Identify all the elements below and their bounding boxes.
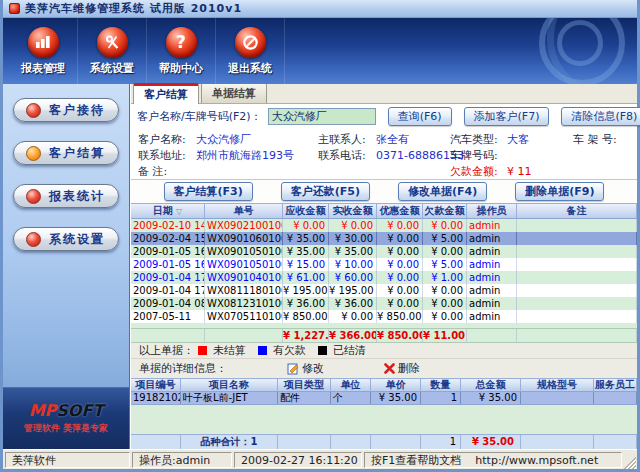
repay-button[interactable]: 客户还款(F5)	[281, 182, 370, 201]
order-row-selected[interactable]: 2009-02-04 15:2WX090106010004 ¥ 35.00¥ 3…	[131, 232, 637, 245]
order-row[interactable]: 2009-01-05 16:1WX090105010002 ¥ 15.00¥ 1…	[131, 258, 637, 271]
sidebar-item-reception[interactable]: 客户接待	[13, 98, 119, 122]
logo-mp: MP	[29, 401, 57, 420]
sidebar: 客户接待 客户结算 报表统计 系统设置 MPSOFT 管理软件 美萍是专家	[3, 84, 130, 449]
add-customer-button[interactable]: 添加客户(F7)	[464, 107, 550, 126]
main-toolbar: 报表管理 系统设置 ? 帮助中心 退出系统	[3, 18, 637, 84]
detail-delete-button[interactable]: 删除	[384, 361, 420, 376]
tab-order-settlement[interactable]: 单据结算	[201, 83, 267, 103]
total-received: ¥ 366.00	[329, 329, 377, 342]
toolbar-button-exit[interactable]: 退出系统	[216, 18, 285, 84]
red-sphere-icon	[26, 189, 41, 204]
action-button-row: 客户结算(F3) 客户还款(F5) 修改单据(F4) 删除单据(F9)	[131, 180, 637, 203]
status-bar: 美萍软件 操作员:admin 2009-02-27 16:11:20 按F1查看…	[3, 449, 637, 469]
col-spec-model[interactable]: 规格型号	[521, 379, 594, 391]
legend-debt-swatch	[258, 346, 267, 355]
order-row[interactable]: 2009-01-05 16:2WX090105010003 ¥ 35.00¥ 3…	[131, 245, 637, 258]
red-sphere-icon	[26, 103, 41, 118]
toolbar-button-help[interactable]: ? 帮助中心	[147, 18, 216, 84]
phone-value: 0371-68886153	[376, 149, 450, 162]
customer-info-panel: 客户名称: 大众汽修厂 主联系人: 张全有 汽车类型: 大客 车 架 号: 联系…	[131, 128, 637, 180]
plate-no-label: 车牌号码:	[450, 148, 507, 163]
detail-modify-button[interactable]: 修改	[287, 361, 324, 376]
col-item-code[interactable]: 项目编号	[131, 379, 181, 391]
settle-button[interactable]: 客户结算(F3)	[164, 182, 253, 201]
query-button[interactable]: 查询(F6)	[388, 107, 452, 126]
col-remark[interactable]: 备注	[517, 204, 637, 218]
col-item-type[interactable]: 项目类型	[278, 379, 331, 391]
vehicle-type-label: 汽车类型:	[450, 132, 507, 147]
modify-order-button[interactable]: 修改单据(F4)	[398, 182, 487, 201]
total-receivable: ¥ 1,227.00	[283, 329, 329, 342]
col-unit[interactable]: 单位	[331, 379, 371, 391]
col-debt[interactable]: 欠款金额	[423, 204, 467, 218]
status-url: http://www.mpsoft.net	[475, 453, 598, 467]
search-row: 客户名称/车牌号码(F2)： 查询(F6) 添加客户(F7) 清除信息(F8)	[131, 104, 637, 128]
item-row-selected[interactable]: 191821021E 叶子板L前-JET 配件 个 ¥ 35.00 1 ¥ 35…	[131, 392, 637, 405]
col-received[interactable]: 实收金额	[329, 204, 377, 218]
legend-settled-label: 已结清	[333, 343, 366, 358]
status-help-text: 按F1查看帮助文档	[371, 453, 461, 467]
summary-amount: ¥ 35.00	[461, 435, 521, 449]
toolbar-button-settings[interactable]: 系统设置	[78, 18, 147, 84]
app-icon	[9, 3, 20, 14]
tab-customer-settlement[interactable]: 客户结算	[133, 83, 199, 104]
total-debt: ¥ 11.00	[423, 329, 467, 342]
tab-strip: 客户结算 单据结算	[131, 84, 637, 104]
col-total-amount[interactable]: 总金额	[461, 379, 521, 391]
order-row[interactable]: 2009-01-04 17:1WX090104010001 ¥ 61.00¥ 6…	[131, 271, 637, 284]
total-discount: ¥ 850.00	[377, 329, 423, 342]
order-row[interactable]: 2007-05-11WX070511010001 ¥ 850.00¥ 0.00 …	[131, 310, 637, 323]
items-summary-row: 品种合计：1 1 ¥ 35.00	[131, 434, 637, 449]
delete-order-button[interactable]: 删除单据(F9)	[515, 182, 604, 201]
toolbar-button-reports[interactable]: 报表管理	[9, 18, 78, 84]
totals-row: ¥ 1,227.00 ¥ 366.00 ¥ 850.00 ¥ 11.00	[131, 328, 637, 343]
col-receivable[interactable]: 应收金额	[283, 204, 329, 218]
title-bar: 美萍汽车维修管理系统 试用版 2010v1	[3, 0, 637, 18]
question-icon: ?	[166, 27, 197, 58]
legend-settled-swatch	[318, 346, 327, 355]
order-row[interactable]: 2009-02-10 14:3WX090210010001 ¥ 0.00¥ 0.…	[131, 219, 637, 232]
col-quantity[interactable]: 数量	[421, 379, 461, 391]
debt-amount-value: ¥ 11	[507, 165, 532, 178]
resize-grip[interactable]	[624, 457, 636, 469]
col-date[interactable]: 日期▽	[131, 204, 205, 218]
col-unit-price[interactable]: 单价	[371, 379, 421, 391]
customer-name-label: 客户名称:	[138, 132, 196, 147]
sidebar-item-settlement[interactable]: 客户结算	[13, 141, 119, 165]
phone-label: 联系电话:	[318, 148, 376, 163]
contact-value: 张全有	[376, 132, 450, 147]
col-item-name[interactable]: 项目名称	[181, 379, 278, 391]
decor-ring	[557, 20, 603, 66]
address-label: 联系地址:	[138, 148, 196, 163]
clear-info-button[interactable]: 清除信息(F8)	[561, 107, 640, 126]
orange-sphere-icon	[26, 146, 41, 161]
items-table-header: 项目编号 项目名称 项目类型 单位 单价 数量 总金额 规格型号 服务员工	[131, 378, 637, 392]
mpsoft-logo: MPSOFT 管理软件 美萍是专家	[3, 387, 129, 449]
col-discount[interactable]: 优惠金额	[377, 204, 423, 218]
customer-search-input[interactable]	[268, 108, 376, 125]
vehicle-type-value: 大客	[507, 132, 573, 147]
address-value: 郑州市航海路193号	[196, 148, 318, 163]
red-sphere-icon	[26, 232, 41, 247]
sidebar-item-system[interactable]: 系统设置	[13, 227, 119, 251]
customer-name-value: 大众汽修厂	[196, 132, 318, 147]
frame-no-label: 车 架 号:	[573, 132, 631, 147]
col-service-staff[interactable]: 服务员工	[594, 379, 637, 391]
legend-row: 以上单据： 未结算 有欠款 已结清	[131, 343, 637, 359]
sidebar-item-statistics[interactable]: 报表统计	[13, 184, 119, 208]
delete-x-icon	[384, 363, 395, 374]
debt-amount-label: 欠款金额:	[450, 164, 507, 179]
legend-prefix: 以上单据：	[139, 343, 194, 358]
main-panel: 客户结算 单据结算 客户名称/车牌号码(F2)： 查询(F6) 添加客户(F7)…	[130, 84, 637, 449]
app-window: 美萍汽车维修管理系统 试用版 2010v1 报表管理 系统设置 ? 帮助中心	[0, 0, 640, 472]
col-operator[interactable]: 操作员	[467, 204, 517, 218]
sort-arrow-icon: ▽	[176, 207, 182, 216]
summary-quantity: 1	[421, 435, 461, 449]
detail-toolbar: 单据的详细信息： 修改 删除	[131, 359, 637, 378]
col-order-no[interactable]: 单号	[205, 204, 283, 218]
order-row[interactable]: 2009-01-04 08:5WX081231010042 ¥ 36.00¥ 3…	[131, 297, 637, 310]
logo-soft: SOFT	[56, 401, 103, 420]
order-row[interactable]: 2009-01-04 17:1WX081118010001 ¥ 195.00¥ …	[131, 284, 637, 297]
legend-unsettled-label: 未结算	[213, 343, 246, 358]
